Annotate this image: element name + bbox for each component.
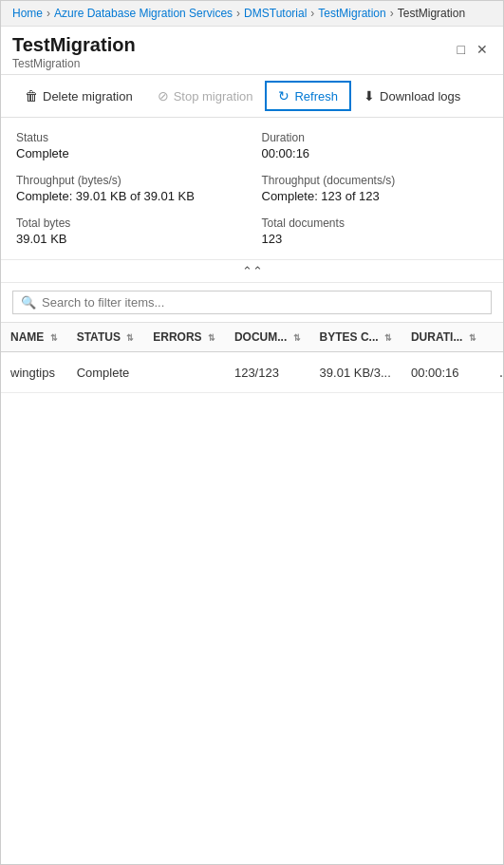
download-label: Download logs xyxy=(380,89,460,103)
stat-duration-label: Duration xyxy=(262,131,489,144)
col-header-duration[interactable]: DURATI... ⇅ xyxy=(401,323,486,352)
col-header-errors[interactable]: ERRORS ⇅ xyxy=(143,323,225,352)
maximize-button[interactable]: □ xyxy=(454,38,469,61)
stat-throughput-docs-label: Throughput (documents/s) xyxy=(262,174,489,187)
cell-actions: ... xyxy=(486,352,504,393)
data-table-container: NAME ⇅ STATUS ⇅ ERRORS ⇅ DOCUM... ⇅ BYTE… xyxy=(1,323,503,393)
breadcrumb-dms[interactable]: Azure Database Migration Services xyxy=(54,7,233,20)
download-logs-button[interactable]: ⬇ Download logs xyxy=(351,82,473,110)
close-button[interactable]: ✕ xyxy=(473,38,492,61)
search-input[interactable] xyxy=(42,295,483,310)
sort-icon-documents: ⇅ xyxy=(293,333,301,343)
search-bar: 🔍 xyxy=(1,283,503,323)
stats-section: Status Complete Duration 00:00:16 Throug… xyxy=(1,118,503,260)
stat-duration: Duration 00:00:16 xyxy=(262,131,489,160)
stop-migration-button[interactable]: ⊘ Stop migration xyxy=(145,82,266,110)
cell-name: wingtips xyxy=(1,352,67,393)
search-input-wrap: 🔍 xyxy=(12,291,492,314)
stat-total-docs-label: Total documents xyxy=(262,216,489,230)
toolbar: 🗑 Delete migration ⊘ Stop migration ↻ Re… xyxy=(1,75,503,118)
stat-status: Status Complete xyxy=(16,131,243,160)
maximize-icon: □ xyxy=(457,42,465,57)
cell-bytes: 39.01 KB/3... xyxy=(310,352,401,393)
stat-total-bytes-label: Total bytes xyxy=(16,216,243,230)
stat-throughput-docs: Throughput (documents/s) Complete: 123 o… xyxy=(262,174,489,203)
data-table: NAME ⇅ STATUS ⇅ ERRORS ⇅ DOCUM... ⇅ BYTE… xyxy=(1,323,504,393)
stat-throughput-bytes: Throughput (bytes/s) Complete: 39.01 KB … xyxy=(16,174,243,203)
stat-throughput-bytes-label: Throughput (bytes/s) xyxy=(16,174,243,187)
col-header-bytes[interactable]: BYTES C... ⇅ xyxy=(310,323,401,352)
page-title-block: TestMigration TestMigration xyxy=(12,34,136,70)
cell-documents: 123/123 xyxy=(225,352,310,393)
stat-throughput-docs-value: Complete: 123 of 123 xyxy=(262,189,489,203)
delete-icon: 🗑 xyxy=(25,88,38,103)
chevron-up-icon: ⌃⌃ xyxy=(242,264,263,278)
col-header-documents[interactable]: DOCUM... ⇅ xyxy=(225,323,310,352)
breadcrumb-current: TestMigration xyxy=(398,7,465,20)
collapse-button[interactable]: ⌃⌃ xyxy=(1,260,503,283)
download-icon: ⬇ xyxy=(364,88,375,103)
breadcrumb-dms-tutorial[interactable]: DMSTutorial xyxy=(244,7,307,20)
row-actions-button[interactable]: ... xyxy=(495,362,504,383)
stat-total-docs: Total documents 123 xyxy=(262,216,489,246)
breadcrumb-sep-3: › xyxy=(310,7,314,20)
table-header-row: NAME ⇅ STATUS ⇅ ERRORS ⇅ DOCUM... ⇅ BYTE… xyxy=(1,323,504,352)
stat-duration-value: 00:00:16 xyxy=(262,146,489,160)
sort-icon-name: ⇅ xyxy=(50,333,58,343)
cell-status: Complete xyxy=(67,352,144,393)
stat-status-label: Status xyxy=(16,131,243,144)
stop-label: Stop migration xyxy=(174,89,253,103)
header-actions: □ ✕ xyxy=(454,34,492,61)
close-icon: ✕ xyxy=(476,42,488,57)
cell-duration: 00:00:16 xyxy=(401,352,486,393)
breadcrumb-sep-1: › xyxy=(47,7,50,20)
delete-migration-button[interactable]: 🗑 Delete migration xyxy=(12,82,145,110)
page-header: TestMigration TestMigration □ ✕ xyxy=(1,27,503,75)
stop-icon: ⊘ xyxy=(158,88,169,103)
sort-icon-errors: ⇅ xyxy=(208,333,215,343)
page-subtitle: TestMigration xyxy=(12,57,136,70)
stats-grid: Status Complete Duration 00:00:16 Throug… xyxy=(16,131,488,246)
delete-label: Delete migration xyxy=(43,89,133,103)
col-header-actions xyxy=(486,323,504,352)
stat-total-docs-value: 123 xyxy=(262,232,489,246)
stat-total-bytes: Total bytes 39.01 KB xyxy=(16,216,243,246)
refresh-icon: ↻ xyxy=(278,88,289,103)
stat-status-value: Complete xyxy=(16,146,243,160)
refresh-button[interactable]: ↻ Refresh xyxy=(265,81,351,111)
sort-icon-status: ⇅ xyxy=(126,333,134,343)
breadcrumb-home[interactable]: Home xyxy=(12,7,43,20)
table-row: wingtips Complete 123/123 39.01 KB/3... … xyxy=(1,352,504,393)
col-header-name[interactable]: NAME ⇅ xyxy=(1,323,67,352)
refresh-label: Refresh xyxy=(294,89,338,103)
stat-total-bytes-value: 39.01 KB xyxy=(16,232,243,246)
sort-icon-bytes: ⇅ xyxy=(384,333,392,343)
breadcrumb-test-migration-parent[interactable]: TestMigration xyxy=(318,7,385,20)
col-header-status[interactable]: STATUS ⇅ xyxy=(67,323,144,352)
search-icon: 🔍 xyxy=(21,295,36,310)
page-title: TestMigration xyxy=(12,34,136,56)
breadcrumb-sep-4: › xyxy=(390,7,394,20)
cell-errors xyxy=(143,352,225,393)
stat-throughput-bytes-value: Complete: 39.01 KB of 39.01 KB xyxy=(16,189,243,203)
breadcrumb: Home › Azure Database Migration Services… xyxy=(1,1,503,27)
breadcrumb-sep-2: › xyxy=(236,7,240,20)
sort-icon-duration: ⇅ xyxy=(469,333,476,343)
